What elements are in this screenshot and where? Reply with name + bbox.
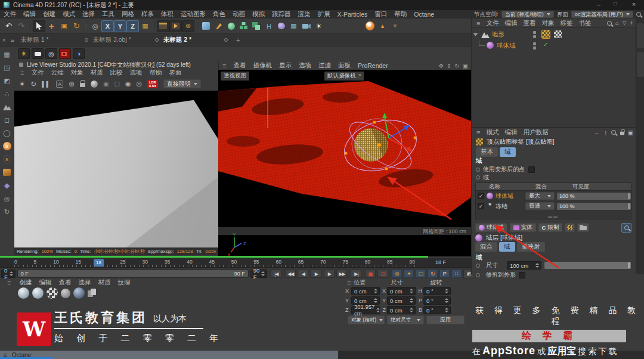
key-position-toggle[interactable]: + [404, 270, 414, 278]
maximize-button[interactable]: □ [607, 1, 624, 7]
close-tab-icon[interactable]: × [2, 37, 6, 44]
visibility-toggles[interactable] [533, 31, 536, 38]
cloner-grid-icon[interactable]: ▦ [287, 20, 300, 32]
om-menu-tags[interactable]: 标签 [557, 19, 575, 27]
tab-menu-icon[interactable]: ≡ [11, 36, 14, 44]
key-selection-toggle[interactable]: ⊕ [392, 270, 402, 278]
material-menu-icon[interactable]: ≡ [7, 279, 11, 286]
minimize-button[interactable]: – [590, 1, 607, 8]
octane-sun-icon[interactable]: ☀ [18, 48, 30, 59]
menu-octane[interactable]: Octane [410, 11, 438, 18]
tool-terrain-icon[interactable] [2, 101, 13, 112]
next-key-button[interactable]: ▶▶ [336, 270, 347, 278]
lv-refresh-icon[interactable]: ↻ [30, 80, 36, 88]
om-menu-objects[interactable]: 对象 [538, 19, 557, 27]
field-name[interactable]: 球体域 [496, 192, 523, 200]
lv-region-icon[interactable]: A [56, 81, 63, 88]
material-thumb-checker[interactable] [47, 287, 58, 299]
side-tab[interactable] [637, 52, 644, 77]
anim-dot-icon[interactable] [476, 264, 480, 268]
doc-tab-1[interactable]: 未标题 1 * [20, 36, 48, 44]
menu-volume[interactable]: 体积 [157, 10, 177, 18]
octane-up-arrow-icon[interactable]: ▲ [376, 20, 389, 32]
om-menu-view[interactable]: 查看 [520, 19, 538, 27]
key-parameter-toggle[interactable]: P [439, 270, 450, 278]
am-menu-mode[interactable]: 模式 [483, 128, 501, 137]
octane-logo-button[interactable] [364, 20, 376, 32]
last-tool-icon[interactable]: ◎ [89, 20, 101, 32]
object-row-sphere-field[interactable]: 球体域 ✓ [472, 41, 636, 50]
visibility-slider[interactable]: 100 % [557, 193, 631, 200]
rot-b-field[interactable]: 0 ° [423, 306, 451, 314]
tab-pin-icon[interactable] [224, 38, 228, 42]
goto-end-button[interactable]: ▶| [351, 270, 361, 278]
lv-menu-file[interactable]: 文件 [27, 69, 47, 77]
am-menu-edit[interactable]: 编辑 [501, 128, 520, 137]
anim-dot-icon[interactable] [476, 175, 480, 180]
mat-menu-select[interactable]: 选择 [75, 278, 94, 287]
vp-menu-filter[interactable]: 过滤 [315, 61, 335, 70]
end-frame-spinner[interactable]: 90 F [250, 270, 268, 278]
tool-box-icon[interactable] [2, 167, 13, 178]
axis-x-lock[interactable]: X [101, 20, 114, 32]
vp-menu-cameras[interactable]: 摄像机 [249, 61, 275, 70]
rot-h-field[interactable]: 0 ° [423, 287, 451, 295]
live-viewer-render-area[interactable] [14, 91, 218, 247]
om-menu-bookmarks[interactable]: 书签 [575, 19, 594, 27]
terrain-object-label[interactable]: 地形 [492, 30, 504, 39]
lv-menu-materials[interactable]: 材质 [86, 69, 106, 77]
rotate-tool-icon[interactable]: ↻ [70, 20, 83, 32]
menu-file[interactable]: 文件 [0, 10, 20, 18]
lv-settings-icon[interactable]: ⊛ [69, 80, 75, 88]
viewport-3d[interactable]: 网格间距 : 100 cm Y Z X 透视视图 默认摄像机 :* [218, 70, 471, 256]
volume-builder-icon[interactable] [275, 20, 287, 32]
tool-workplane-icon[interactable]: ◩ [2, 75, 13, 86]
octane-object-icon[interactable]: S [2, 154, 13, 165]
vp-maximize-icon[interactable]: ▣ [463, 63, 468, 69]
anim-dot-icon[interactable] [476, 168, 480, 172]
size-mode-dropdown[interactable]: 绝对尺寸 [387, 315, 424, 324]
field-name[interactable]: 冻结 [496, 202, 523, 211]
octane-material-icon[interactable]: ◎ [45, 48, 57, 59]
menu-create[interactable]: 创建 [39, 10, 59, 18]
menu-tools[interactable]: 工具 [98, 10, 118, 18]
octane-hdri-icon[interactable] [32, 48, 44, 59]
timeline-ruler[interactable]: 051015202530354045505560657075808590 18 … [0, 258, 471, 268]
add-folder-button[interactable] [577, 223, 589, 232]
render-settings-button[interactable]: ⊛ [182, 20, 194, 32]
om-filter-icon[interactable]: ▽ [623, 20, 626, 26]
vertex-map-tag-icon[interactable] [542, 30, 550, 38]
lv-region-select-icon[interactable]: ▣ [103, 81, 109, 87]
field-row-freeze[interactable]: ✓ * 冻结 普通 100 % [476, 201, 631, 211]
vp-menu-display[interactable]: 显示 [275, 61, 295, 70]
lv-ldr-badge[interactable]: LDR 8-bit [147, 80, 158, 88]
sphere-field-object-label[interactable]: 球体域 [497, 42, 516, 50]
am-lock-icon[interactable] [620, 131, 624, 135]
menu-spline[interactable]: 样条 [138, 10, 157, 18]
menu-xparticles[interactable]: X-Particles [334, 11, 371, 18]
blend-mode-dropdown[interactable]: 最大 [525, 192, 555, 200]
start-frame-spinner[interactable]: 0 F [1, 270, 16, 278]
menu-mesh[interactable]: 网格 [118, 10, 138, 18]
tool-history-icon[interactable]: ⋮ [83, 20, 89, 32]
lv-restart-icon[interactable]: ✶ [19, 80, 25, 88]
tool-edges-icon[interactable]: ◻ [2, 114, 13, 125]
record-keyframe-button[interactable]: ◉ [365, 270, 376, 278]
size-z-field[interactable]: 0 cm [387, 306, 416, 314]
light-icon[interactable]: ☀ [312, 20, 325, 32]
field-search-button[interactable] [621, 223, 631, 233]
menu-mode[interactable]: 模式 [59, 10, 79, 18]
prev-frame-button[interactable]: ◀ [298, 270, 308, 278]
am-back-icon[interactable]: ← [594, 129, 600, 136]
lv-menu-objects[interactable]: 对象 [67, 69, 86, 77]
clip-checkbox[interactable] [519, 272, 525, 278]
menu-window[interactable]: 窗口 [371, 10, 391, 18]
axis-y-lock[interactable]: Y [114, 20, 126, 32]
tab-field2[interactable]: 域 [499, 242, 515, 252]
close-button[interactable]: × [625, 1, 643, 8]
menu-character[interactable]: 角色 [209, 10, 229, 18]
menu-help[interactable]: 帮助 [391, 10, 410, 18]
lv-menu-icon[interactable]: ≡ [20, 69, 24, 76]
octane-scatter-icon[interactable]: S [2, 141, 13, 151]
lv-ball-icon[interactable] [91, 81, 98, 88]
